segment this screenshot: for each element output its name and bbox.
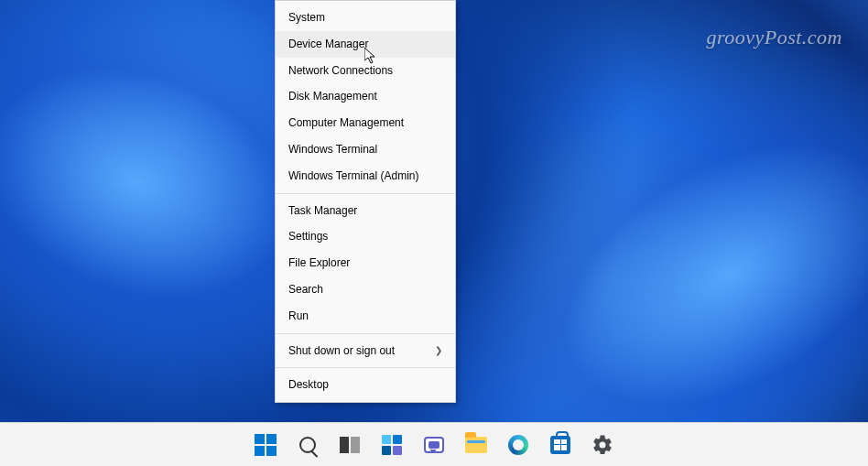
chat-button[interactable] (416, 427, 452, 463)
menu-item-disk-management[interactable]: Disk Management (276, 83, 455, 110)
menu-item-windows-terminal[interactable]: Windows Terminal (276, 136, 455, 163)
gear-icon (591, 434, 613, 456)
widgets-icon (382, 435, 402, 455)
watermark-text: groovyPost.com (706, 26, 842, 49)
menu-label: Computer Management (288, 115, 404, 131)
menu-item-run[interactable]: Run (276, 303, 455, 330)
start-button[interactable] (247, 427, 284, 463)
file-explorer-button[interactable] (458, 427, 494, 463)
menu-separator (276, 367, 455, 368)
menu-item-computer-management[interactable]: Computer Management (276, 110, 455, 136)
menu-item-file-explorer[interactable]: File Explorer (276, 250, 455, 276)
edge-button[interactable] (500, 427, 537, 463)
menu-label: Shut down or sign out (288, 343, 395, 359)
menu-label: Search (288, 282, 323, 298)
menu-item-desktop[interactable]: Desktop (276, 372, 455, 398)
menu-separator (276, 333, 455, 334)
menu-label: Network Connections (288, 63, 393, 79)
taskbar (0, 422, 868, 466)
store-icon (550, 436, 570, 454)
windows-logo-icon (255, 434, 277, 456)
winx-context-menu: System Device Manager Network Connection… (275, 0, 456, 403)
menu-label: Windows Terminal (288, 142, 377, 157)
store-button[interactable] (542, 427, 579, 463)
menu-label: Device Manager (288, 37, 368, 52)
menu-label: File Explorer (288, 255, 350, 271)
menu-label: System (288, 10, 325, 26)
task-view-button[interactable] (331, 427, 368, 463)
menu-label: Windows Terminal (Admin) (288, 168, 418, 184)
settings-button[interactable] (584, 427, 621, 463)
menu-item-windows-terminal-admin[interactable]: Windows Terminal (Admin) (276, 163, 455, 190)
menu-item-system[interactable]: System (276, 5, 455, 31)
chat-icon (424, 437, 444, 453)
menu-item-settings[interactable]: Settings (276, 223, 455, 250)
menu-label: Desktop (288, 377, 329, 393)
folder-icon (465, 437, 487, 453)
menu-item-device-manager[interactable]: Device Manager (276, 31, 455, 58)
menu-label: Run (288, 309, 309, 324)
search-button[interactable] (289, 427, 326, 463)
search-icon (299, 437, 316, 453)
chevron-right-icon: ❯ (435, 344, 442, 357)
widgets-button[interactable] (374, 427, 410, 463)
task-view-icon (340, 437, 360, 453)
menu-label: Task Manager (288, 203, 357, 219)
menu-label: Settings (288, 229, 328, 244)
menu-separator (276, 193, 455, 194)
menu-item-network-connections[interactable]: Network Connections (276, 58, 455, 84)
menu-label: Disk Management (288, 89, 377, 104)
menu-item-shutdown-signout[interactable]: Shut down or sign out ❯ (276, 338, 455, 364)
edge-icon (508, 435, 528, 455)
menu-item-search[interactable]: Search (276, 276, 455, 303)
menu-item-task-manager[interactable]: Task Manager (276, 198, 455, 224)
